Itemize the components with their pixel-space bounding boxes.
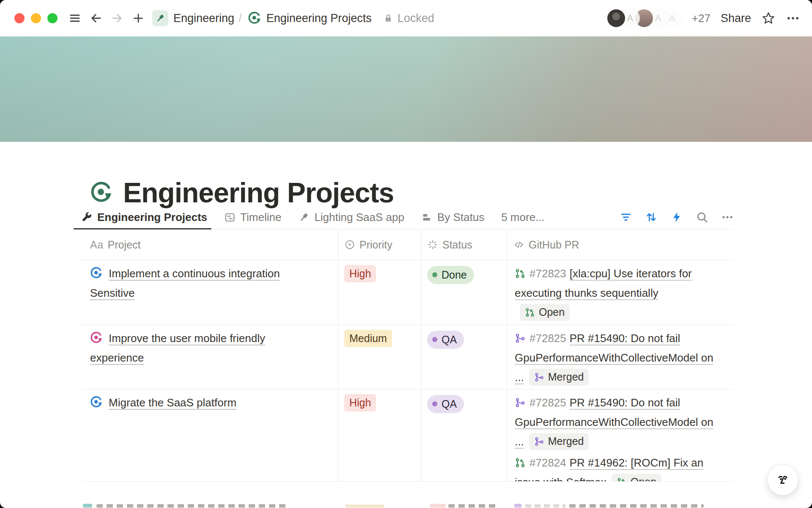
presence-overflow-count[interactable]: +27	[692, 12, 710, 25]
breadcrumb: Engineering / Engineering Projects	[152, 10, 372, 26]
avatar[interactable]	[606, 8, 626, 28]
github-pr-cell[interactable]: #72825PR #15490: Do not fail GpuPerforma…	[508, 389, 734, 482]
project-cell[interactable]: Migrate the SaaS platform	[81, 389, 338, 482]
tab-by-status[interactable]: By Status	[421, 205, 484, 229]
view-tabs-bar: Engineering Projects Timeline Lighting S…	[81, 205, 734, 229]
pr-status-badge[interactable]: Open	[612, 474, 661, 482]
column-header-priority[interactable]: Priority	[338, 229, 421, 260]
table-row[interactable]: Implement a continuous integration Sensi…	[81, 260, 734, 325]
pr-status-badge[interactable]: Merged	[529, 369, 589, 386]
zoom-window-button[interactable]	[47, 13, 58, 23]
window-controls	[14, 13, 58, 23]
status-dot-icon	[432, 337, 437, 342]
project-cell[interactable]: Implement a continuous integration Sensi…	[81, 260, 338, 325]
project-cell[interactable]: Improve the user mobile friendly experie…	[81, 325, 338, 389]
notion-ai-button[interactable]	[768, 465, 798, 495]
status-pill: QA	[427, 395, 464, 413]
column-header-project[interactable]: Aa Project	[81, 229, 338, 260]
peek-priority-fragment	[345, 505, 384, 508]
pull-request-merged-icon	[534, 436, 544, 447]
priority-cell[interactable]: High	[338, 389, 421, 482]
page-cover[interactable]	[0, 36, 812, 142]
code-icon	[513, 239, 524, 250]
pr-entry: #72825PR #15490: Do not fail GpuPerforma…	[515, 393, 723, 451]
table-row[interactable]: Improve the user mobile friendly experie…	[81, 325, 734, 389]
toolbar: Engineering / Engineering Projects Locke…	[0, 0, 812, 36]
priority-badge: Medium	[344, 330, 392, 347]
pr-number: #72825	[529, 332, 566, 345]
favorite-star-icon[interactable]	[761, 11, 776, 25]
new-tab-button[interactable]	[131, 11, 145, 25]
more-views-link[interactable]: 5 more...	[501, 211, 545, 224]
pull-request-open-icon	[617, 477, 627, 482]
share-button[interactable]: Share	[721, 12, 751, 25]
peek-status-text-fragment	[448, 504, 498, 508]
filter-icon[interactable]	[620, 211, 632, 224]
select-icon	[344, 239, 355, 250]
tab-label: By Status	[437, 211, 484, 224]
github-pr-cell[interactable]: #72825PR #15490: Do not fail GpuPerforma…	[508, 325, 734, 389]
pr-number: #72823	[529, 267, 566, 280]
close-window-button[interactable]	[14, 13, 25, 23]
table-body: Implement a continuous integration Sensi…	[81, 260, 734, 482]
priority-cell[interactable]: Medium	[338, 325, 421, 389]
column-label: Status	[442, 239, 472, 251]
tab-label: Timeline	[240, 211, 281, 224]
tab-engineering-projects[interactable]: Engineering Projects	[81, 205, 207, 229]
pull-request-merged-icon	[515, 330, 526, 341]
tab-lighting-saas-app[interactable]: Lighting SaaS app	[298, 205, 404, 229]
table-header: Aa Project Priority Status GitHub PR	[81, 229, 734, 260]
forward-button[interactable]	[110, 11, 124, 25]
status-cell[interactable]: Done	[421, 260, 508, 325]
cycle-arrow-icon	[90, 395, 103, 408]
tab-label: Lighting SaaS app	[314, 211, 404, 224]
peek-pr-number-fragment	[525, 504, 566, 508]
breadcrumb-page[interactable]: Engineering Projects	[266, 12, 372, 25]
lock-status[interactable]: Locked	[383, 12, 434, 25]
pr-status-badge[interactable]: Open	[520, 304, 570, 321]
column-header-status[interactable]: Status	[421, 229, 508, 260]
automation-lightning-icon[interactable]	[670, 211, 683, 224]
lock-label: Locked	[398, 12, 434, 25]
pr-number: #72825	[529, 396, 566, 409]
lock-icon	[383, 13, 394, 24]
minimize-window-button[interactable]	[31, 13, 41, 23]
breadcrumb-separator: /	[239, 12, 242, 25]
pr-number: #72824	[529, 456, 566, 469]
cycle-arrow-icon	[90, 331, 103, 343]
more-options-icon[interactable]	[786, 11, 800, 25]
status-cell[interactable]: QA	[421, 389, 508, 482]
status-cell[interactable]: QA	[421, 325, 508, 389]
status-burst-icon	[427, 239, 438, 250]
tab-timeline[interactable]: Timeline	[224, 205, 281, 229]
breadcrumb-teamspace[interactable]: Engineering	[173, 12, 234, 25]
page-title[interactable]: Engineering Projects	[123, 179, 394, 207]
back-button[interactable]	[89, 11, 103, 25]
priority-cell[interactable]: High	[338, 260, 421, 325]
project-title-link[interactable]: Migrate the SaaS platform	[109, 396, 236, 409]
status-dot-icon	[432, 401, 437, 406]
peek-title-fragment	[96, 504, 288, 508]
hammer-icon	[298, 212, 310, 223]
page-icon-cycle-arrow[interactable]	[90, 181, 113, 204]
view-options-dots-icon[interactable]	[721, 211, 734, 224]
pr-status-badge[interactable]: Merged	[529, 433, 589, 450]
pull-request-open-icon	[515, 455, 526, 466]
column-label: GitHub PR	[529, 239, 579, 251]
table-row[interactable]: Migrate the SaaS platform High QA #72825…	[81, 389, 734, 482]
presence-avatars[interactable]: AAA	[606, 8, 682, 28]
pull-request-open-icon	[515, 265, 526, 276]
wrench-icon	[81, 212, 93, 223]
project-title-link[interactable]: Improve the user mobile friendly experie…	[90, 332, 265, 364]
sidebar-toggle-button[interactable]	[68, 11, 82, 25]
sort-icon[interactable]	[645, 211, 658, 224]
status-dot-icon	[432, 272, 437, 277]
search-icon[interactable]	[696, 211, 708, 224]
page-cycle-arrow-icon	[248, 11, 261, 25]
pr-entry: #72824PR #14962: [ROCm] Fix an issue wit…	[515, 453, 723, 482]
next-row-peek	[0, 503, 812, 508]
github-pr-cell[interactable]: #72823[xla:cpu] Use iterators for execut…	[508, 260, 734, 325]
project-title-link[interactable]: Implement a continuous integration Sensi…	[90, 267, 280, 299]
teamspace-hammer-icon[interactable]	[152, 10, 168, 26]
column-header-github-pr[interactable]: GitHub PR	[508, 229, 734, 260]
